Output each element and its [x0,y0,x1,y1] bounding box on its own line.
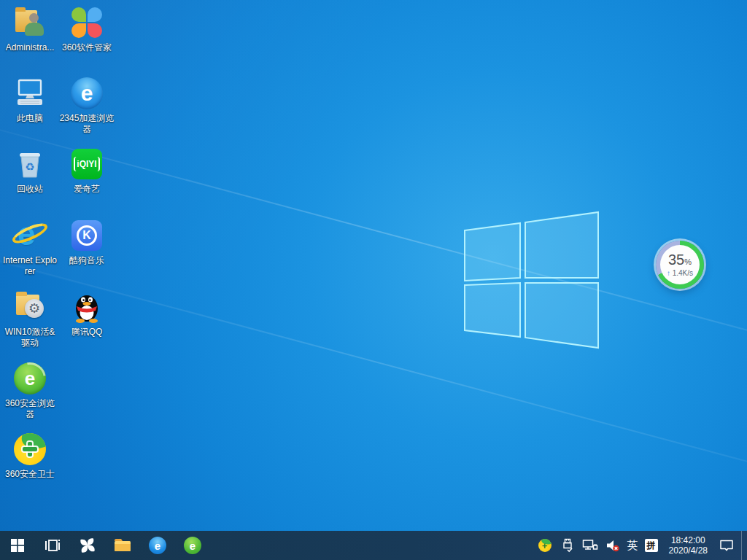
folder-icon [114,538,131,553]
desktop-icon-label: 回收站 [2,184,58,195]
speed-ball-face: 35% ↑ 1.4K/s [660,245,700,284]
taskbar-360-browser[interactable]: e [175,531,210,560]
clock-time: 18:42:00 [669,535,708,545]
2345-browser-icon: e [70,77,104,110]
wallpaper-light-wedge [0,0,605,400]
desktop-icon-label: 爱奇艺 [59,184,115,195]
network-speed: ↑ 1.4K/s [667,269,693,278]
desktop-wallpaper: Administra... 360软件管家 此电脑 e 2345加速浏览器 [0,0,747,560]
desktop-icon-label: 360安全卫士 [2,469,58,480]
taskbar: e e + [0,531,747,560]
tray-360-safe[interactable]: + [537,531,553,560]
desktop-icon-win10-activate[interactable]: ⚙ WIN10激活&驱动 [2,290,58,349]
desktop-icon-tencent-qq[interactable]: 腾讯QQ [59,290,115,338]
desktop-icon-label: Administra... [2,42,58,53]
administrator-folder-icon [13,6,47,39]
start-button[interactable] [0,531,35,560]
desktop-icon-label: 360软件管家 [59,42,115,53]
360-software-manager-icon [70,6,104,39]
desktop-icon-2345-browser[interactable]: e 2345加速浏览器 [59,77,115,135]
desktop-icon-360-software-manager[interactable]: 360软件管家 [59,6,115,53]
task-view-button[interactable] [35,531,70,560]
this-pc-icon [13,77,47,110]
desktop-icon-this-pc[interactable]: 此电脑 [2,77,58,124]
360-speed-ball-gadget[interactable]: 35% ↑ 1.4K/s [656,241,704,289]
desktop-icon-recycle-bin[interactable]: ♻ 回收站 [2,147,58,195]
action-center-icon [719,540,734,552]
internet-explorer-icon: e [13,219,47,252]
show-desktop-button[interactable] [741,531,746,560]
desktop-icon-label: Internet Explorer [2,255,58,277]
green-e-browser-icon: e [184,537,201,554]
tray-usb-device[interactable] [560,531,576,560]
desktop-icon-label: 360安全浏览器 [2,398,58,420]
blue-e-browser-icon: e [149,537,166,554]
desktop-icon-administrator[interactable]: Administra... [2,6,58,53]
desktop-icon-360-browser[interactable]: e 360安全浏览器 [2,362,58,420]
desktop-icon-360-safe[interactable]: 360安全卫士 [2,432,58,480]
taskbar-file-explorer[interactable] [105,531,140,560]
usb-icon [562,538,573,553]
clock-date: 2020/4/28 [669,545,708,556]
taskbar-360-software-manager[interactable] [70,531,105,560]
desktop-icon-label: 腾讯QQ [59,327,115,338]
iqiyi-icon: iQIYI [70,147,104,181]
wallpaper-ray [0,241,747,551]
tray-clock[interactable]: 18:42:00 2020/4/28 [665,535,712,556]
memory-usage-percent: 35% [668,252,692,269]
network-icon [582,539,598,552]
tray-volume-muted[interactable] [605,531,621,560]
taskbar-2345-browser[interactable]: e [140,531,175,560]
action-center-button[interactable] [719,531,735,560]
360-safe-tray-icon: + [538,539,551,552]
win10-activate-icon: ⚙ [13,290,47,324]
360-browser-icon: e [13,362,47,395]
desktop-icon-label: 此电脑 [2,113,58,124]
tray-network[interactable] [582,531,598,560]
desktop-icon-kugou-music[interactable]: K 酷狗音乐 [59,219,115,266]
desktop-icon-label: 2345加速浏览器 [59,113,115,135]
tencent-qq-icon [70,290,104,324]
tray-ime-indicator[interactable]: 拼 [645,539,658,552]
desktop-icon-label: 酷狗音乐 [59,255,115,266]
pinwheel-icon [79,537,96,554]
svg-text:♻: ♻ [25,160,34,173]
desktop-icon-label: WIN10激活&驱动 [2,327,58,349]
recycle-bin-icon: ♻ [13,147,47,181]
speaker-mute-icon [605,539,620,552]
windows-start-icon [11,539,24,552]
kugou-music-icon: K [70,219,104,252]
desktop-icon-internet-explorer[interactable]: e Internet Explorer [2,219,58,277]
desktop-icon-iqiyi[interactable]: iQIYI 爱奇艺 [59,147,115,195]
system-tray: + [537,531,747,560]
task-view-icon [44,539,61,552]
360-safe-icon [13,432,47,466]
tray-language-indicator[interactable]: 英 [627,539,638,553]
